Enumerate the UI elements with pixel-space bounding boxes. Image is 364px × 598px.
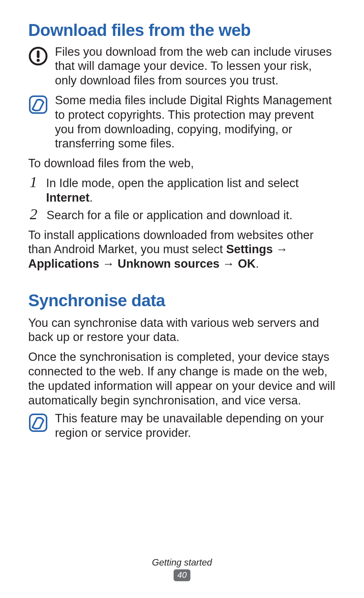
- step-bold: Internet: [46, 191, 90, 204]
- callout-warning: Files you download from the web can incl…: [28, 45, 336, 88]
- warning-text: Files you download from the web can incl…: [55, 45, 336, 88]
- install-post: .: [256, 257, 259, 270]
- note-icon: [28, 413, 48, 433]
- page-content: Download files from the web Files you do…: [0, 0, 364, 440]
- install-b2: Applications: [28, 257, 99, 270]
- page-footer: Getting started 40: [0, 557, 364, 581]
- note-availability-text: This feature may be unavailable dependin…: [55, 411, 336, 440]
- svg-point-2: [37, 59, 40, 62]
- install-arrow: →: [99, 257, 118, 270]
- download-steps: 1 In Idle mode, open the application lis…: [28, 175, 336, 222]
- footer-page-number: 40: [174, 569, 190, 581]
- warning-icon: [28, 46, 48, 66]
- step-2: 2 Search for a file or application and d…: [28, 207, 336, 223]
- sync-p2: Once the synchronisation is completed, y…: [28, 350, 336, 407]
- install-instructions: To install applications downloaded from …: [28, 228, 336, 271]
- callout-note-drm: Some media files include Digital Rights …: [28, 93, 336, 151]
- note-icon: [28, 95, 48, 115]
- heading-download: Download files from the web: [28, 21, 336, 40]
- svg-rect-1: [37, 50, 40, 58]
- step-pre: Search for a file or application and dow…: [47, 208, 293, 222]
- install-b1: Settings: [226, 242, 273, 256]
- step-pre: In Idle mode, open the application list …: [46, 176, 299, 190]
- heading-synchronise: Synchronise data: [28, 291, 336, 310]
- step-1: 1 In Idle mode, open the application lis…: [28, 175, 336, 205]
- step-number: 2: [28, 207, 39, 222]
- install-arrow: →: [273, 242, 288, 256]
- footer-chapter: Getting started: [0, 557, 364, 568]
- install-b3: Unknown sources: [118, 257, 219, 270]
- install-b4: OK: [238, 257, 256, 270]
- download-intro: To download files from the web,: [28, 156, 336, 171]
- sync-p1: You can synchronise data with various we…: [28, 316, 336, 345]
- step-text: Search for a file or application and dow…: [47, 208, 293, 223]
- callout-note-availability: This feature may be unavailable dependin…: [28, 411, 336, 440]
- note-drm-text: Some media files include Digital Rights …: [55, 93, 336, 151]
- step-post: .: [90, 191, 93, 204]
- install-arrow: →: [219, 257, 238, 270]
- step-number: 1: [28, 175, 39, 190]
- step-text: In Idle mode, open the application list …: [46, 176, 336, 205]
